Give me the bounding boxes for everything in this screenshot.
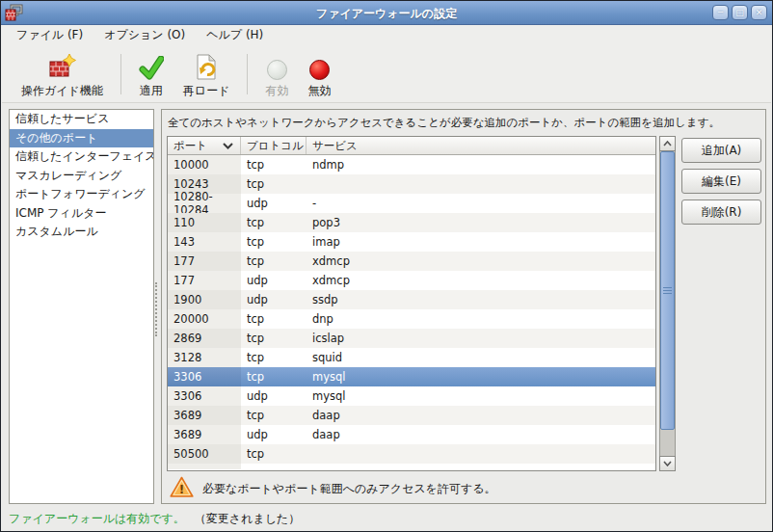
scrollbar-grip [663,287,672,295]
cell-protocol: tcp [241,213,307,232]
delete-button[interactable]: 削除(R) [681,200,761,225]
cell-port: 3689 [168,425,241,444]
table-row[interactable]: 2869tcpicslap [168,329,655,348]
column-header-protocol[interactable]: プロトコル [241,137,307,154]
chevron-down-icon [663,461,672,466]
cell-protocol: tcp [241,232,307,252]
sidebar-item[interactable]: 信頼したインターフェイス: [10,147,153,167]
cell-protocol: tcp [241,367,307,386]
reload-page-icon [195,54,218,80]
cell-protocol: tcp [241,406,307,425]
table-row[interactable]: 3689udpdaap [168,425,655,444]
cell-port: 143 [168,232,241,252]
table-row[interactable]: 10280-10284udp- [168,194,655,213]
toolbar-reload-label: 再ロード [183,83,230,99]
warning-row: ! 必要なポートやポート範囲へのみアクセスを許可する。 [170,476,496,502]
close-button[interactable]: ✕ [751,5,767,20]
table-row[interactable]: 1900udpssdp [168,290,655,309]
toolbar-apply-button[interactable]: 適用 [129,49,173,99]
cell-service: xdmcp [307,271,655,290]
table-row[interactable]: 110tcppop3 [168,213,655,232]
table-row[interactable] [168,464,655,469]
cell-port: 20000 [168,309,241,329]
statusbar: ファイアーウォールは有効です。 （変更されました） [1,507,772,531]
chevron-up-icon [663,141,672,146]
cell-service: imap [307,232,655,252]
sidebar-item[interactable]: マスカレーディング [10,167,153,186]
toolbar-disable-label: 無効 [307,83,331,99]
toolbar-reload-button[interactable]: 再ロード [173,49,240,99]
table-row[interactable]: 20000tcpdnp [168,309,655,329]
cell-service: ndmp [307,155,655,174]
add-button[interactable]: 追加(A) [681,138,761,163]
cell-service: dnp [307,309,655,329]
cell-port: 110 [168,213,241,232]
toolbar-wizard-button[interactable]: 操作ガイド機能 [12,49,113,99]
table-row[interactable]: 10000tcpndmp [168,155,655,174]
cell-port: 2869 [168,329,241,348]
column-header-port[interactable]: ポート [168,137,241,154]
column-header-port-label: ポート [173,139,207,153]
scrollbar-track[interactable] [659,151,676,456]
sort-chevron-down-icon [223,143,233,149]
menu-help[interactable]: ヘルプ (H) [196,25,274,45]
maximize-button[interactable]: □ [732,5,748,20]
table-row[interactable]: 3306tcpmysql [168,367,655,386]
menu-options[interactable]: オプション (O) [93,25,196,45]
vertical-scrollbar[interactable] [659,136,676,471]
sidebar-item[interactable]: ポートフォワーディング [10,185,153,204]
cell-protocol: udp [241,194,307,213]
ports-table-body: 10000tcpndmp10243tcp10280-10284udp-110tc… [168,155,655,469]
scroll-down-button[interactable] [659,456,676,471]
sidebar-item[interactable]: カスタムルール [10,223,153,242]
table-row[interactable]: 50500tcp [168,444,655,464]
minimize-button[interactable]: ─ [712,5,729,20]
titlebar[interactable]: ファイアーウォールの設定 ─ □ ✕ [1,1,772,25]
table-row[interactable]: 3128tcpsquid [168,348,655,367]
cell-port: 10000 [168,155,241,174]
cell-service: icslap [307,329,655,348]
toolbar-enable-button: 有効 [255,49,298,99]
ports-table: ポート プロトコル サービス 10000tcpndmp10243tcp10280… [167,136,656,471]
table-row[interactable]: 143tcpimap [168,232,655,252]
firewall-status-text: ファイアーウォールは有効です。 [9,511,185,527]
cell-service: daap [307,425,655,444]
table-row[interactable]: 3689tcpdaap [168,406,655,425]
sidebar-list: 信頼したサービスその他のポート信頼したインターフェイス:マスカレーディングポート… [9,109,154,504]
toolbar: 操作ガイド機能 適用 再ロード [2,45,771,103]
table-row[interactable]: 177tcpxdmcp [168,252,655,271]
cell-protocol [241,464,307,469]
cell-service [307,444,655,464]
cell-service: ssdp [307,290,655,309]
column-header-service[interactable]: サービス [307,137,655,154]
pane-resize-handle[interactable] [155,282,158,336]
cell-protocol: tcp [241,174,307,194]
red-circle-icon [309,54,330,80]
window-title: ファイアーウォールの設定 [1,6,772,22]
cell-port: 3306 [168,386,241,406]
cell-protocol: udp [241,386,307,406]
menu-file[interactable]: ファイル (F) [6,25,93,45]
svg-text:!: ! [179,483,184,496]
scroll-up-button[interactable] [659,136,676,151]
firewall-config-window: ファイアーウォールの設定 ─ □ ✕ ファイル (F) オプション (O) ヘル… [0,0,773,532]
sidebar-item[interactable]: その他のポート [10,129,153,148]
cell-protocol: udp [241,271,307,290]
cell-service: pop3 [307,213,655,232]
modified-note-text: （変更されました） [195,511,300,527]
menubar: ファイル (F) オプション (O) ヘルプ (H) [2,25,771,45]
table-row[interactable]: 3306udpmysql [168,386,655,406]
cell-service: xdmcp [307,252,655,271]
sidebar-item[interactable]: ICMP フィルター [10,204,153,224]
sidebar-item[interactable]: 信頼したサービス [10,110,153,129]
window-controls: ─ □ ✕ [712,5,767,20]
table-header: ポート プロトコル サービス [168,137,655,155]
cell-port: 177 [168,271,241,290]
scrollbar-thumb[interactable] [660,151,675,430]
cell-port [168,464,241,469]
cell-protocol: tcp [241,309,307,329]
toolbar-disable-button[interactable]: 無効 [298,49,340,99]
edit-button[interactable]: 編集(E) [681,169,761,194]
toolbar-separator [120,54,121,94]
table-row[interactable]: 177udpxdmcp [168,271,655,290]
